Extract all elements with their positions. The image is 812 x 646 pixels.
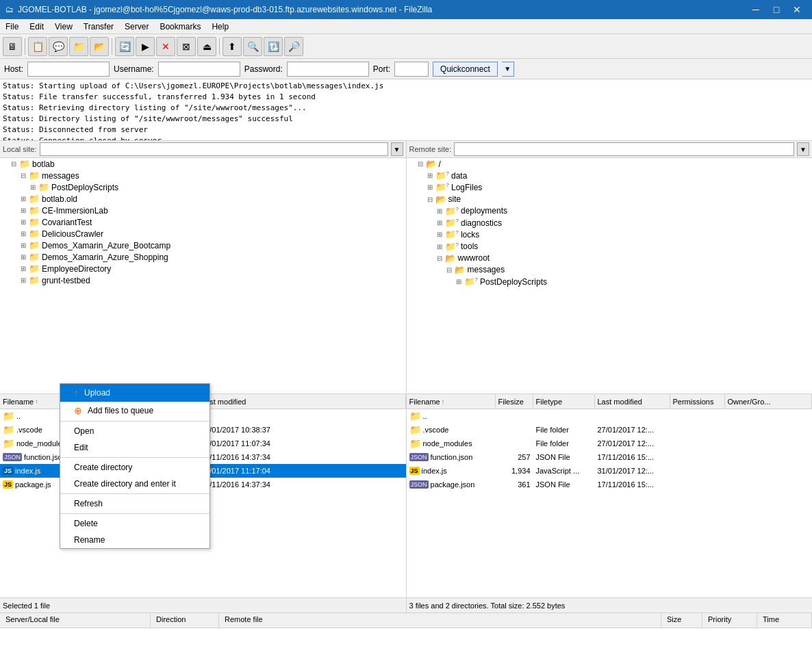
tree-toggle[interactable]: ⊞	[437, 207, 445, 215]
toolbar-refresh[interactable]: 🔄	[115, 37, 134, 56]
toolbar-toggle-local-tree[interactable]: 📁	[69, 37, 88, 56]
local-tree-item[interactable]: ⊞📁CovariantTest	[0, 216, 406, 228]
context-menu-item-upload[interactable]: ↑Upload	[60, 384, 210, 402]
remote-col-permissions[interactable]: Permissions	[670, 394, 725, 409]
queue-col-remote[interactable]: Remote file	[219, 613, 661, 628]
toolbar-sync[interactable]: 🔃	[264, 37, 283, 56]
local-tree-item[interactable]: ⊞📁Demos_Xamarin_Azure_Bootcamp	[0, 240, 406, 251]
tree-toggle[interactable]: ⊟	[11, 160, 19, 168]
toolbar-queue-up[interactable]: ⬆	[223, 37, 242, 56]
context-menu-item-create-directory-and-enter-it[interactable]: Create directory and enter it	[60, 476, 210, 492]
tree-toggle[interactable]: ⊟	[446, 266, 455, 274]
context-menu-item-open[interactable]: Open	[60, 423, 210, 439]
maximize-button[interactable]: □	[767, 3, 786, 16]
local-tree-item[interactable]: ⊞📁PostDeployScripts	[0, 181, 406, 193]
context-menu-item-edit[interactable]: Edit	[60, 439, 210, 456]
tree-toggle[interactable]: ⊞	[21, 276, 29, 284]
minimize-button[interactable]: ─	[746, 3, 765, 16]
context-menu-item-add-files-to-queue[interactable]: ⊕Add files to queue	[60, 402, 210, 419]
remote-tree-item[interactable]: ⊞📁?locks	[407, 229, 813, 240]
menu-item-bookmarks[interactable]: Bookmarks	[154, 21, 206, 33]
tree-toggle[interactable]: ⊟	[21, 172, 29, 179]
menu-item-file[interactable]: File	[0, 21, 24, 33]
tree-toggle[interactable]: ⊞	[21, 218, 29, 226]
queue-col-server[interactable]: Server/Local file	[0, 613, 151, 628]
toolbar-site-manager[interactable]: 📋	[28, 37, 47, 56]
toolbar-cancel[interactable]: ✕	[156, 37, 175, 56]
tree-toggle[interactable]: ⊞	[21, 265, 29, 272]
toolbar-process-queue[interactable]: ▶	[136, 37, 155, 56]
toolbar-toggle-remote-tree[interactable]: 📂	[90, 37, 109, 56]
menu-item-help[interactable]: Help	[206, 21, 234, 33]
context-menu-item-delete[interactable]: Delete	[60, 515, 210, 532]
remote-col-owner[interactable]: Owner/Gro...	[725, 394, 813, 409]
local-site-dropdown[interactable]: ▼	[391, 142, 403, 156]
password-input[interactable]	[287, 62, 369, 77]
local-tree-item[interactable]: ⊞📁DeliciousCrawler	[0, 228, 406, 240]
remote-tree-item[interactable]: ⊞📁?diagnostics	[407, 217, 813, 229]
tree-toggle[interactable]: ⊞	[427, 172, 435, 179]
remote-col-filesize[interactable]: Filesize	[496, 394, 533, 409]
local-site-path[interactable]: C:\Users\jgomezl.EUROPE\Projects\botlab\…	[40, 142, 388, 156]
toolbar-disconnect[interactable]: ⏏	[197, 37, 216, 56]
tree-toggle[interactable]: ⊞	[437, 243, 445, 250]
remote-col-filetype[interactable]: Filetype	[533, 394, 595, 409]
tree-toggle[interactable]: ⊞	[427, 183, 435, 191]
context-menu-item-rename[interactable]: Rename	[60, 532, 210, 548]
tree-toggle[interactable]: ⊞	[21, 207, 29, 214]
port-input[interactable]	[394, 62, 429, 77]
remote-tree-item[interactable]: ⊞📁?data	[407, 170, 813, 181]
queue-col-time[interactable]: Time	[757, 613, 812, 628]
close-button[interactable]: ✕	[787, 3, 807, 16]
remote-file-row[interactable]: JSONfunction.json257JSON File17/11/2016 …	[407, 450, 813, 464]
quickconnect-dropdown[interactable]: ▼	[502, 62, 514, 77]
tree-toggle[interactable]: ⊞	[437, 219, 445, 227]
quickconnect-button[interactable]: Quickconnect	[433, 62, 498, 77]
remote-tree-item[interactable]: ⊟📂site	[407, 194, 813, 205]
remote-site-dropdown[interactable]: ▼	[797, 142, 809, 156]
local-tree-item[interactable]: ⊟📁messages	[0, 170, 406, 181]
menu-item-edit[interactable]: Edit	[24, 21, 49, 33]
remote-col-filename[interactable]: Filename ↑	[407, 394, 496, 409]
local-tree-item[interactable]: ⊞📁EmployeeDirectory	[0, 263, 406, 274]
toolbar-new-connection[interactable]: 🖥	[3, 37, 22, 56]
toolbar-cancel-all[interactable]: ⊠	[177, 37, 196, 56]
queue-col-direction[interactable]: Direction	[151, 613, 219, 628]
tree-toggle[interactable]: ⊟	[427, 196, 435, 203]
username-input[interactable]	[158, 62, 240, 77]
queue-col-size[interactable]: Size	[661, 613, 702, 628]
local-tree-item[interactable]: ⊞📁botlab.old	[0, 193, 406, 205]
tree-toggle[interactable]: ⊞	[456, 278, 464, 285]
tree-toggle[interactable]: ⊞	[21, 195, 29, 203]
remote-file-row[interactable]: 📁.vscodeFile folder27/01/2017 12:...	[407, 423, 813, 437]
queue-col-priority[interactable]: Priority	[702, 613, 757, 628]
remote-col-modified[interactable]: Last modified	[595, 394, 670, 409]
local-col-modified[interactable]: Last modified	[199, 394, 406, 409]
remote-tree-item[interactable]: ⊞📁?tools	[407, 241, 813, 253]
host-input[interactable]	[27, 62, 110, 77]
remote-tree-item[interactable]: ⊟📂/	[407, 158, 813, 170]
remote-tree-item[interactable]: ⊟📂wwwroot	[407, 253, 813, 264]
tree-toggle[interactable]: ⊞	[437, 231, 445, 238]
menu-item-server[interactable]: Server	[119, 21, 154, 33]
local-tree-item[interactable]: ⊟📁botlab	[0, 158, 406, 170]
menu-item-view[interactable]: View	[49, 21, 78, 33]
local-tree-item[interactable]: ⊞📁CE-ImmersionLab	[0, 205, 406, 216]
local-tree-item[interactable]: ⊞📁grunt-testbed	[0, 274, 406, 286]
local-tree-item[interactable]: ⊞📁Demos_Xamarin_Azure_Shopping	[0, 251, 406, 263]
remote-file-row[interactable]: 📁..	[407, 409, 813, 423]
remote-tree-item[interactable]: ⊞📁?LogFiles	[407, 181, 813, 193]
tree-toggle[interactable]: ⊞	[30, 183, 38, 191]
remote-tree-item[interactable]: ⊟📂messages	[407, 264, 813, 276]
remote-site-path[interactable]: /site/wwwroot/messages	[454, 142, 794, 156]
remote-file-row[interactable]: JSONpackage.json361JSON File17/11/2016 1…	[407, 478, 813, 491]
context-menu-item-refresh[interactable]: Refresh	[60, 495, 210, 512]
remote-tree-item[interactable]: ⊞📁?deployments	[407, 205, 813, 217]
remote-file-row[interactable]: 📁node_modulesFile folder27/01/2017 12:..…	[407, 437, 813, 450]
context-menu-item-create-directory[interactable]: Create directory	[60, 459, 210, 476]
toolbar-toggle-message-log[interactable]: 💬	[49, 37, 68, 56]
tree-toggle[interactable]: ⊞	[21, 230, 29, 237]
tree-toggle[interactable]: ⊟	[437, 255, 445, 262]
tree-toggle[interactable]: ⊟	[418, 160, 426, 168]
menu-item-transfer[interactable]: Transfer	[78, 21, 119, 33]
